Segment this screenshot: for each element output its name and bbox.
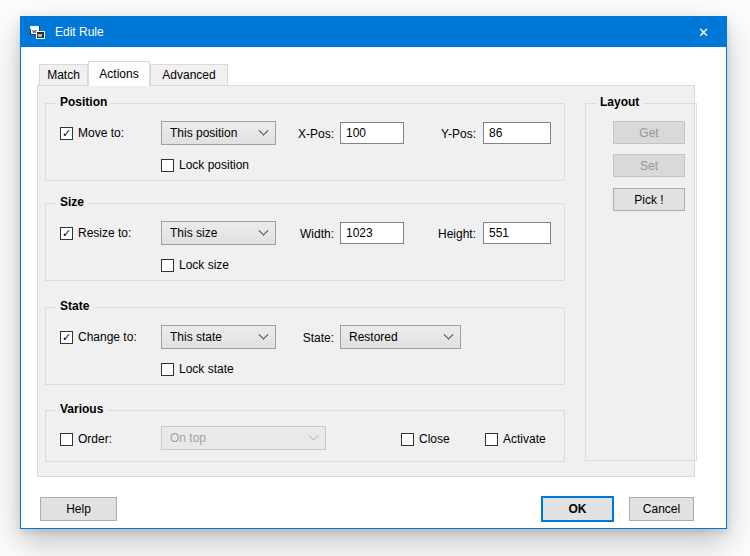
position-group: Position ✓ Move to: This position X-Pos:…	[45, 103, 565, 181]
chevron-down-icon	[444, 329, 454, 339]
checkbox-box	[161, 363, 174, 376]
actions-tab-page: Position ✓ Move to: This position X-Pos:…	[37, 85, 695, 477]
svg-text:w: w	[37, 32, 43, 38]
tab-label: Match	[47, 68, 80, 82]
dropdown-value: This size	[170, 226, 217, 240]
dropdown-value: This state	[170, 330, 222, 344]
ok-button[interactable]: OK	[541, 496, 614, 522]
dropdown-value: Restored	[349, 330, 398, 344]
layout-group-title: Layout	[596, 95, 643, 109]
cancel-button[interactable]: Cancel	[629, 497, 694, 521]
resize-to-dropdown[interactable]: This size	[161, 221, 276, 245]
tab-actions[interactable]: Actions	[88, 61, 150, 86]
order-checkbox[interactable]: Order:	[60, 431, 112, 447]
size-group: Size ✓ Resize to: This size Width: Heigh…	[45, 203, 565, 281]
state-dropdown[interactable]: Restored	[340, 325, 461, 349]
various-group: Various Order: On top Close Activate	[45, 410, 565, 462]
state-label: State:	[270, 331, 334, 345]
checkbox-box	[485, 433, 498, 446]
dropdown-value: On top	[170, 431, 206, 445]
move-to-checkbox[interactable]: ✓ Move to:	[60, 125, 124, 141]
checkbox-box	[161, 159, 174, 172]
change-to-dropdown[interactable]: This state	[161, 325, 276, 349]
check-icon: ✓	[62, 332, 71, 343]
state-group-title: State	[56, 299, 93, 313]
checkbox-box	[161, 259, 174, 272]
x-pos-label: X-Pos:	[270, 127, 334, 141]
window-title: Edit Rule	[55, 17, 104, 47]
move-to-label: Move to:	[78, 126, 124, 140]
check-icon: ✓	[62, 128, 71, 139]
set-button: Set	[613, 154, 685, 177]
layout-group: Layout Get Set Pick !	[585, 103, 697, 461]
chevron-down-icon	[259, 329, 269, 339]
title-bar: w w Edit Rule ✕	[21, 17, 726, 47]
checkbox-box: ✓	[60, 227, 73, 240]
move-to-dropdown[interactable]: This position	[161, 121, 276, 145]
close-checkbox[interactable]: Close	[401, 431, 450, 447]
order-dropdown: On top	[161, 426, 326, 450]
resize-to-checkbox[interactable]: ✓ Resize to:	[60, 225, 131, 241]
tab-advanced[interactable]: Advanced	[150, 64, 228, 86]
screen: { "window": { "title": "Edit Rule" }, "i…	[0, 0, 750, 556]
change-to-label: Change to:	[78, 330, 137, 344]
lock-position-checkbox[interactable]: Lock position	[161, 157, 249, 173]
x-pos-input[interactable]	[340, 122, 404, 144]
lock-size-checkbox[interactable]: Lock size	[161, 257, 229, 273]
lock-state-label: Lock state	[179, 362, 234, 376]
width-label: Width:	[270, 227, 334, 241]
get-button: Get	[613, 121, 685, 144]
tab-label: Advanced	[162, 68, 215, 82]
dropdown-value: This position	[170, 126, 237, 140]
height-input[interactable]	[483, 222, 551, 244]
order-label: Order:	[78, 432, 112, 446]
state-group: State ✓ Change to: This state State: Res…	[45, 307, 565, 385]
close-button[interactable]: ✕	[681, 17, 726, 47]
chevron-down-icon	[259, 225, 269, 235]
lock-position-label: Lock position	[179, 158, 249, 172]
activate-checkbox[interactable]: Activate	[485, 431, 546, 447]
check-icon: ✓	[62, 228, 71, 239]
various-group-title: Various	[56, 402, 107, 416]
height-label: Height:	[406, 227, 476, 241]
width-input[interactable]	[340, 222, 404, 244]
position-group-title: Position	[56, 95, 111, 109]
chevron-down-icon	[309, 430, 319, 440]
change-to-checkbox[interactable]: ✓ Change to:	[60, 329, 137, 345]
activate-label: Activate	[503, 432, 546, 446]
resize-to-label: Resize to:	[78, 226, 131, 240]
help-button[interactable]: Help	[40, 497, 117, 521]
checkbox-box	[401, 433, 414, 446]
lock-size-label: Lock size	[179, 258, 229, 272]
tab-label: Actions	[99, 67, 138, 81]
y-pos-label: Y-Pos:	[406, 127, 476, 141]
lock-state-checkbox[interactable]: Lock state	[161, 361, 234, 377]
size-group-title: Size	[56, 195, 88, 209]
checkbox-box: ✓	[60, 127, 73, 140]
app-windows-icon: w w	[29, 24, 45, 40]
checkbox-box: ✓	[60, 331, 73, 344]
close-icon: ✕	[698, 25, 709, 40]
edit-rule-dialog: w w Edit Rule ✕ Match Actions Advanced P…	[20, 16, 727, 529]
pick-button[interactable]: Pick !	[613, 188, 685, 211]
y-pos-input[interactable]	[483, 122, 551, 144]
chevron-down-icon	[259, 125, 269, 135]
tab-match[interactable]: Match	[39, 64, 88, 86]
close-label: Close	[419, 432, 450, 446]
checkbox-box	[60, 433, 73, 446]
